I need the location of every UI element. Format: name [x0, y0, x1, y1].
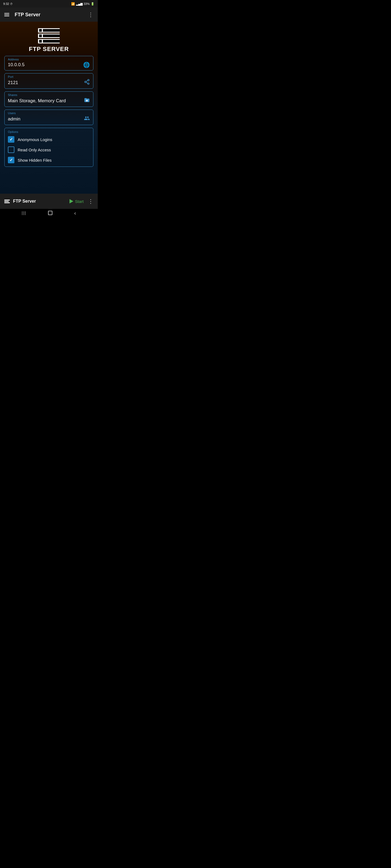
shares-value: Main Storage, Memory Card: [8, 98, 66, 104]
start-button[interactable]: Start: [69, 199, 84, 204]
show-hidden-files-checkbox[interactable]: [8, 157, 15, 163]
recents-nav-icon2[interactable]: |||: [22, 211, 26, 215]
read-only-access-checkbox[interactable]: [8, 147, 15, 153]
main-content: FTP SERVER Address 10.0.0.5 🌐 Port 2121: [0, 22, 98, 194]
anonymous-logins-row: Anonymous Logins: [8, 136, 90, 143]
status-icons: 📶 ▂▄▆ 33% 🔋: [71, 2, 94, 6]
menu-icon[interactable]: [4, 13, 9, 16]
wifi-icon: 📶: [71, 2, 75, 6]
status-bar: 9:32 ⏱ 📶 ▂▄▆ 33% 🔋: [0, 0, 98, 8]
show-hidden-files-label: Show Hidden Files: [18, 158, 52, 162]
svg-line-4: [86, 81, 88, 82]
app-bar: FTP Server ⋮: [0, 8, 98, 22]
bottom-server-icon: [4, 199, 10, 203]
status-time: 9:32 ⏱: [3, 2, 13, 5]
users-field: Users admin: [4, 110, 93, 125]
share-icon[interactable]: [84, 79, 90, 86]
read-only-access-label: Read Only Access: [18, 148, 51, 152]
signal-icon: ▂▄▆: [76, 2, 83, 6]
app-title: FTP Server: [15, 12, 88, 18]
address-label: Address: [8, 58, 90, 61]
svg-line-3: [86, 82, 88, 83]
anonymous-logins-checkbox[interactable]: [8, 136, 15, 143]
options-label: Options: [8, 130, 90, 133]
play-icon: [69, 199, 73, 204]
bottom-bar: FTP Server Start ⋮: [0, 194, 98, 209]
back-nav-icon[interactable]: ‹: [74, 210, 76, 216]
nav-bar: ||| ‹: [0, 209, 98, 217]
people-icon[interactable]: [84, 115, 90, 123]
battery-indicator: 33%: [84, 2, 90, 5]
options-section: Options Anonymous Logins Read Only Acces…: [4, 128, 93, 167]
address-field: Address 10.0.0.5 🌐: [4, 56, 93, 70]
shares-label: Shares: [8, 93, 90, 97]
bottom-more-icon[interactable]: ⋮: [88, 198, 93, 205]
server-logo: FTP SERVER: [4, 28, 93, 53]
star-folder-icon[interactable]: [84, 97, 90, 104]
server-icon: [38, 28, 60, 43]
port-value: 2121: [8, 80, 18, 86]
battery-icon: 🔋: [91, 2, 94, 6]
port-field: Port 2121: [4, 73, 93, 89]
users-label: Users: [8, 112, 90, 115]
shares-field: Shares Main Storage, Memory Card: [4, 91, 93, 107]
server-title: FTP SERVER: [29, 45, 69, 53]
anonymous-logins-label: Anonymous Logins: [18, 137, 52, 142]
read-only-access-row: Read Only Access: [8, 147, 90, 153]
globe-icon[interactable]: 🌐: [83, 62, 90, 68]
users-value: admin: [8, 116, 20, 122]
start-label: Start: [75, 199, 84, 204]
clock-icon: ⏱: [10, 2, 13, 5]
home-nav-icon[interactable]: [48, 211, 52, 215]
address-value: 10.0.0.5: [8, 62, 24, 67]
bottom-title: FTP Server: [13, 199, 69, 204]
more-options-icon[interactable]: ⋮: [88, 11, 93, 18]
port-label: Port: [8, 75, 90, 79]
show-hidden-files-row: Show Hidden Files: [8, 157, 90, 163]
